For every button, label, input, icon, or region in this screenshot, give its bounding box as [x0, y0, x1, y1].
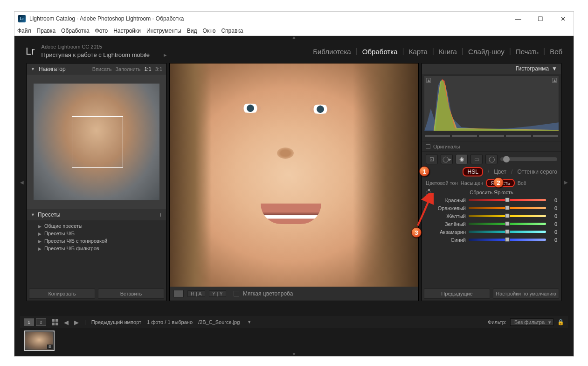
module-web[interactable]: Веб: [550, 48, 562, 56]
softproof-checkbox[interactable]: [234, 291, 239, 296]
originals-label: Оригиналы: [433, 144, 460, 149]
preset-folder[interactable]: ▶Пресеты Ч/Б: [27, 230, 166, 237]
mobile-caret-icon[interactable]: ▸: [164, 51, 167, 58]
previous-button[interactable]: Предыдущие: [424, 289, 490, 299]
luminance-slider-row: Жёлтый0: [426, 212, 557, 220]
luminance-slider[interactable]: [469, 207, 546, 209]
radial-tool-icon[interactable]: ◯: [485, 154, 498, 164]
checkbox-icon[interactable]: [426, 144, 430, 149]
filmstrip-thumbnail[interactable]: ⊟: [24, 331, 55, 351]
histogram-header[interactable]: Гистограмма ▼: [422, 63, 561, 74]
spot-tool-icon[interactable]: ◯▸: [441, 154, 453, 164]
next-photo-icon[interactable]: ▶: [74, 319, 79, 326]
source-label[interactable]: Предыдущий импорт: [91, 319, 141, 325]
luminance-slider-row: Зелёный0: [426, 220, 557, 228]
menu-help[interactable]: Справка: [221, 28, 243, 34]
luminance-slider[interactable]: [469, 199, 546, 201]
paste-button[interactable]: Вставить: [98, 289, 164, 299]
annotation-badge-3: 3: [411, 227, 422, 238]
close-button[interactable]: ✕: [556, 15, 570, 22]
preset-folder[interactable]: ▶Общие пресеты: [27, 222, 166, 230]
navigator-preview[interactable]: [27, 75, 166, 209]
histogram-zones[interactable]: [422, 133, 561, 139]
module-print[interactable]: Печать: [516, 48, 539, 56]
sat-subtab[interactable]: Насыщен: [461, 180, 484, 186]
caret-right-icon: ▶: [38, 224, 42, 229]
gradient-tool-icon[interactable]: ▭: [470, 154, 483, 164]
originals-row[interactable]: Оригиналы: [422, 141, 561, 151]
slider-knob[interactable]: [505, 237, 510, 242]
annotation-arrow-icon: [415, 193, 434, 227]
left-panel: ▼ Навигатор Вписать Заполнить 1:1 3:1 ▼: [27, 63, 166, 301]
menu-view[interactable]: Вид: [187, 28, 197, 34]
view-mode-2[interactable]: 2: [36, 318, 46, 326]
menu-photo[interactable]: Фото: [95, 28, 108, 34]
main-image-view[interactable]: [170, 63, 418, 287]
module-map[interactable]: Карта: [409, 48, 428, 56]
navigator-header[interactable]: ▼ Навигатор Вписать Заполнить 1:1 3:1: [27, 63, 166, 75]
menu-edit[interactable]: Правка: [37, 28, 56, 34]
presets-header[interactable]: ▼ Пресеты +: [27, 209, 166, 220]
caret-down-icon[interactable]: ▼: [247, 320, 251, 324]
module-slideshow[interactable]: Слайд-шоу: [468, 48, 505, 56]
compare-before-after-icon[interactable]: R | A: [187, 290, 205, 297]
hsl-tab[interactable]: HSL: [463, 167, 483, 176]
all-subtab[interactable]: Всё: [518, 180, 526, 186]
slider-value: 0: [549, 197, 557, 203]
filter-dropdown[interactable]: Без фильтра: [510, 318, 553, 326]
slider-knob[interactable]: [505, 229, 510, 234]
slider-knob[interactable]: [505, 221, 510, 226]
navigator-zoom-rect[interactable]: [72, 116, 123, 168]
slider-knob[interactable]: [505, 205, 510, 210]
module-develop[interactable]: Обработка: [362, 48, 398, 56]
filmstrip[interactable]: ⊟: [20, 329, 568, 352]
zoom-fit[interactable]: Вписать: [92, 66, 112, 72]
menu-settings[interactable]: Настройки: [113, 28, 141, 34]
compare-split-icon[interactable]: Y | Y: [209, 290, 226, 297]
menu-window[interactable]: Окно: [203, 28, 216, 34]
left-panel-toggle[interactable]: ◀: [20, 63, 24, 301]
luminance-slider[interactable]: [469, 231, 546, 233]
brush-size-slider[interactable]: [500, 157, 557, 161]
zoom-1to1[interactable]: 1:1: [144, 66, 151, 72]
preset-folder[interactable]: ▶Пресеты Ч/Б с тонировкой: [27, 237, 166, 245]
grid-view-icon[interactable]: [52, 319, 58, 325]
luminance-slider[interactable]: [469, 223, 546, 225]
menu-develop[interactable]: Обработка: [61, 28, 90, 34]
minimize-button[interactable]: —: [511, 15, 525, 22]
bottom-panel-toggle[interactable]: ▼: [14, 352, 574, 356]
maximize-button[interactable]: ☐: [533, 15, 547, 22]
crop-tool-icon[interactable]: ⊡: [426, 154, 438, 164]
hsl-panel-header: 1 HSL / Цвет / Оттенки серого: [422, 166, 561, 177]
redeye-tool-icon[interactable]: ◉: [456, 154, 468, 164]
copy-button[interactable]: Копировать: [29, 289, 95, 299]
mobile-link[interactable]: Lightroom mobile: [103, 51, 150, 58]
caret-right-icon: ▶: [38, 232, 42, 236]
develop-toolbar: R | A Y | Y Мягкая цветопроба: [170, 287, 418, 301]
bw-tab[interactable]: Оттенки серого: [517, 169, 557, 175]
reset-luminance[interactable]: Сбросить Яркость: [426, 190, 557, 195]
prev-photo-icon[interactable]: ◀: [64, 319, 69, 326]
slider-knob[interactable]: [505, 213, 510, 218]
right-panel-toggle[interactable]: ▶: [564, 63, 568, 301]
reset-defaults-button[interactable]: Настройки по умолчанию: [493, 289, 559, 299]
module-library[interactable]: Библиотека: [313, 48, 351, 56]
module-book[interactable]: Книга: [439, 48, 457, 56]
loupe-view-icon[interactable]: [173, 290, 184, 297]
luminance-slider[interactable]: [469, 239, 546, 241]
zoom-3to1[interactable]: 3:1: [155, 66, 162, 72]
histogram[interactable]: ▲ ▲: [424, 76, 559, 131]
hue-subtab[interactable]: Цветовой тон: [426, 180, 458, 186]
preset-folder[interactable]: ▶Пресеты Ч/Б фильтров: [27, 245, 166, 252]
top-panel-toggle[interactable]: ▲: [14, 36, 574, 40]
luminance-slider[interactable]: [469, 215, 546, 217]
zoom-fill[interactable]: Заполнить: [115, 66, 140, 72]
menu-tools[interactable]: Инструменты: [146, 28, 181, 34]
lightroom-logo-icon: Lr: [26, 45, 35, 57]
slider-knob[interactable]: [505, 197, 510, 202]
filter-lock-icon[interactable]: 🔒: [557, 319, 564, 325]
menu-file[interactable]: Файл: [17, 28, 31, 34]
add-preset-icon[interactable]: +: [159, 211, 162, 218]
color-tab[interactable]: Цвет: [494, 169, 506, 175]
view-mode-1[interactable]: 1: [24, 318, 34, 326]
